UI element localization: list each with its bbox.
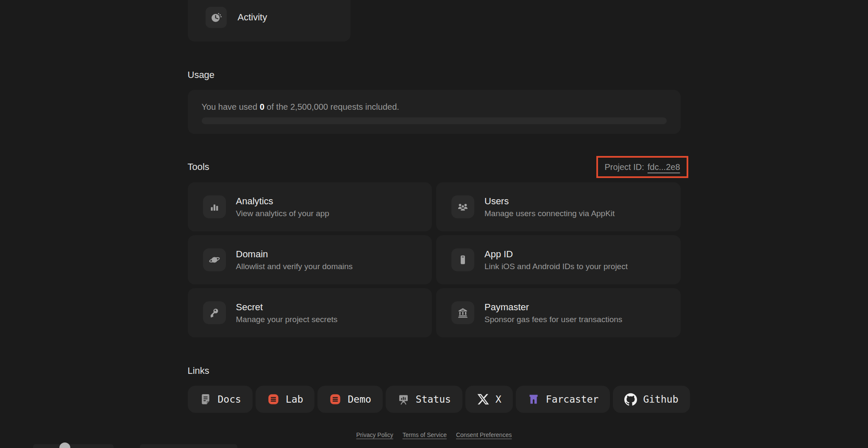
paymaster-icon xyxy=(456,306,469,319)
footer: Privacy PolicyTerms of ServiceConsent Pr… xyxy=(188,431,681,438)
tool-card-paymaster[interactable]: Paymaster Sponsor gas fees for user tran… xyxy=(436,288,681,337)
tools-heading: Tools xyxy=(188,161,209,173)
docs-icon xyxy=(199,393,212,406)
tool-card-secret[interactable]: Secret Manage your project secrets xyxy=(188,288,432,337)
link-button-lab[interactable]: Lab xyxy=(256,386,315,413)
link-button-docs[interactable]: Docs xyxy=(188,386,253,413)
status-icon xyxy=(397,393,410,406)
activity-card-label: Activity xyxy=(238,12,267,23)
x-icon xyxy=(477,393,490,406)
links-heading: Links xyxy=(188,365,681,376)
link-button-label: Demo xyxy=(348,394,371,405)
footer-link-consent-preferences[interactable]: Consent Preferences xyxy=(456,431,512,438)
tool-card-description: Manage users connecting via AppKit xyxy=(484,209,615,218)
demo-icon xyxy=(329,393,342,406)
tool-card-description: Link iOS and Android IDs to your project xyxy=(484,262,628,271)
tools-grid: Analytics View analytics of your app Use… xyxy=(188,182,681,337)
tool-card-title: Analytics xyxy=(236,196,329,207)
link-button-label: X xyxy=(495,394,501,405)
tool-card-title: Users xyxy=(484,196,615,207)
tool-card-title: Paymaster xyxy=(484,302,622,313)
domain-icon xyxy=(208,253,221,266)
usage-used-value: 0 xyxy=(260,102,264,111)
usage-heading: Usage xyxy=(188,70,681,81)
tool-card-title: App ID xyxy=(484,249,628,260)
footer-link-terms-of-service[interactable]: Terms of Service xyxy=(403,431,447,438)
tool-card-app-id[interactable]: App ID Link iOS and Android IDs to your … xyxy=(436,235,681,284)
project-id-highlight[interactable]: Project ID: fdc...2e8 xyxy=(596,156,688,178)
link-button-demo[interactable]: Demo xyxy=(317,386,382,413)
activity-card[interactable]: Activity xyxy=(188,0,351,42)
tool-card-title: Domain xyxy=(236,249,353,260)
tool-card-description: Sponsor gas fees for user transactions xyxy=(484,315,622,324)
analytics-icon xyxy=(208,200,221,213)
link-button-github[interactable]: Github xyxy=(613,386,690,413)
tool-card-description: Manage your project secrets xyxy=(236,315,338,324)
project-id-value[interactable]: fdc...2e8 xyxy=(648,162,680,172)
link-button-label: Github xyxy=(643,394,678,405)
link-button-farcaster[interactable]: Farcaster xyxy=(516,386,610,413)
chat-bubble-partial[interactable] xyxy=(59,442,70,448)
link-button-label: Lab xyxy=(286,394,303,405)
tool-card-description: View analytics of your app xyxy=(236,209,329,218)
tool-card-description: Allowlist and verify your domains xyxy=(236,262,353,271)
usage-progress-bar xyxy=(202,117,667,124)
activity-icon xyxy=(210,11,223,24)
app-id-icon xyxy=(456,253,469,266)
users-icon xyxy=(456,200,469,213)
usage-text: You have used 0 of the 2,500,000 request… xyxy=(202,102,667,112)
usage-text-suffix: of the 2,500,000 requests included. xyxy=(264,102,399,111)
tool-card-title: Secret xyxy=(236,302,338,313)
tools-header: Tools Project ID: fdc...2e8 xyxy=(188,156,681,178)
github-icon xyxy=(624,393,637,406)
link-button-label: Status xyxy=(416,394,451,405)
link-button-label: Docs xyxy=(218,394,241,405)
links-row: Docs Lab Demo Status X Farcaster Github xyxy=(188,386,681,413)
link-button-x[interactable]: X xyxy=(465,386,513,413)
lab-icon xyxy=(267,393,280,406)
tool-card-domain[interactable]: Domain Allowlist and verify your domains xyxy=(188,235,432,284)
bottom-edge-widget xyxy=(33,444,114,448)
tool-card-analytics[interactable]: Analytics View analytics of your app xyxy=(188,182,432,231)
project-id-label: Project ID: xyxy=(604,162,644,172)
usage-text-prefix: You have used xyxy=(202,102,260,111)
secret-icon xyxy=(208,306,221,319)
link-button-status[interactable]: Status xyxy=(386,386,462,413)
bottom-edge-widget xyxy=(140,444,237,448)
dashboard-content: Activity Usage You have used 0 of the 2,… xyxy=(188,0,681,438)
usage-card: You have used 0 of the 2,500,000 request… xyxy=(188,90,681,134)
farcaster-icon xyxy=(527,393,540,406)
footer-link-privacy-policy[interactable]: Privacy Policy xyxy=(356,431,393,438)
link-button-label: Farcaster xyxy=(546,394,599,405)
tool-card-users[interactable]: Users Manage users connecting via AppKit xyxy=(436,182,681,231)
